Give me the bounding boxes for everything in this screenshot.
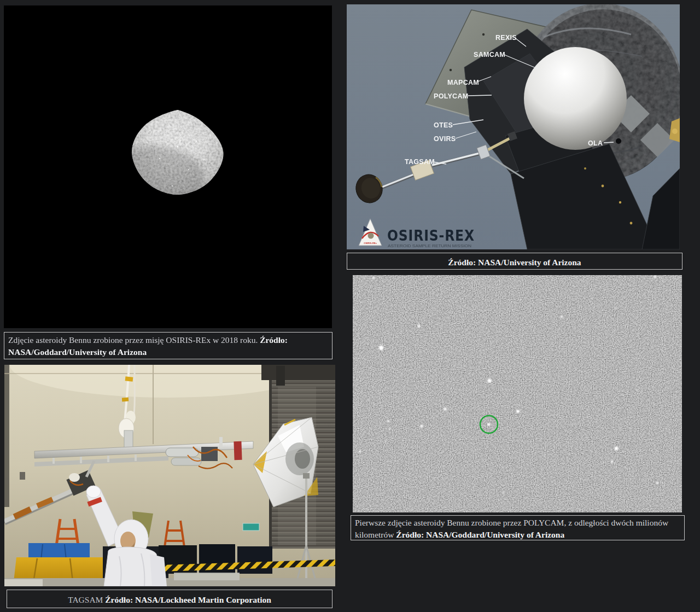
polycam-caption: Pierwsze zdjęcie asteroidy Bennu zrobion… [351, 515, 685, 540]
label-mapcam: MAPCAM [447, 79, 479, 86]
label-samcam: SAMCAM [474, 51, 505, 59]
patch-text: OSIRIS-REx [364, 242, 377, 244]
bennu-photo-panel [4, 5, 332, 328]
logo-wordmark: OSIRIS-REX [387, 227, 475, 244]
article-image-grid: Zdjęcie asteroidy Bennu zrobione przez m… [0, 0, 700, 612]
label-ola: OLA [588, 139, 603, 147]
spacecraft-diagram: REXIS SAMCAM MAPCAM POLYCAM OTES OVIRS T… [347, 4, 680, 249]
label-rexis: REXIS [495, 34, 517, 42]
bennu-photo-caption: Zdjęcie asteroidy Bennu zrobione przez m… [4, 332, 332, 359]
label-otes: OTES [434, 121, 453, 129]
cleanroom-photo-panel [4, 365, 335, 586]
caption-text: TAGSAM [68, 595, 105, 604]
caption-source: Źródło: NASA/University of Arizona [448, 258, 581, 267]
caption-text: Zdjęcie asteroidy Bennu zrobione przez m… [8, 335, 260, 345]
logo-tagline: ASTEROID SAMPLE RETURN MISSION [388, 243, 471, 248]
floor [4, 578, 335, 586]
exit-sign [243, 523, 259, 531]
glove [86, 486, 101, 498]
caption-source: Źródło: NASA/Lockheed Martin Corporation [105, 595, 271, 604]
spacecraft-diagram-panel: REXIS SAMCAM MAPCAM POLYCAM OTES OVIRS T… [347, 4, 680, 249]
polycam-starfield-panel [353, 275, 682, 512]
spacecraft-caption: Źródło: NASA/University of Arizona [347, 253, 682, 270]
bennu-photo [4, 5, 332, 328]
label-polycam: POLYCAM [434, 92, 468, 100]
label-ovirs: OVIRS [434, 135, 456, 143]
cleanroom-caption: TAGSAM Źródło: NASA/Lockheed Martin Corp… [7, 590, 332, 608]
polycam-starfield [353, 275, 682, 512]
hga-dome [524, 47, 627, 150]
cleanroom-photo [4, 365, 335, 586]
label-tagsam: TAGSAM [405, 158, 435, 166]
caption-source: Źródło: NASA/Goddard/University of Arizo… [396, 530, 564, 539]
